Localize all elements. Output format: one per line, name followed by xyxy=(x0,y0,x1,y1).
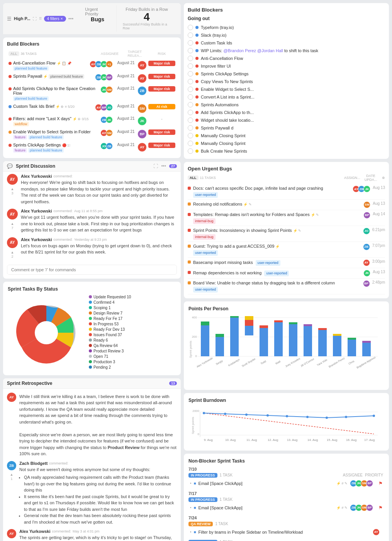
checkbox[interactable] xyxy=(188,141,193,146)
task-name[interactable]: Filters: add more "Last X days" ⚡ ⊕ 0/15 xyxy=(13,116,99,121)
task-name[interactable]: Sprints ClickApp Settings 🔴 1⃣ xyxy=(13,143,99,147)
checkbox[interactable] xyxy=(188,94,193,100)
svg-text:17. Aug: 17. Aug xyxy=(364,438,375,442)
task-tag: planned build feature xyxy=(13,66,49,71)
retro-avatar: ZB xyxy=(7,461,16,470)
filter-close-icon[interactable]: × xyxy=(61,17,63,21)
svg-text:Kostiantyn: Kostiantyn xyxy=(228,358,240,367)
retro-bullets: QA really appreciated having requirement… xyxy=(24,474,177,525)
checkbox[interactable] xyxy=(188,56,193,61)
bug-date: 6:21pm xyxy=(372,228,385,232)
target-date: August 21 xyxy=(114,86,137,90)
open-urgent-bugs-title: Open Urgent Bugs xyxy=(188,166,385,172)
task-row: Sprints Paywall ⚡ planned build feature … xyxy=(7,72,177,85)
col-target: TARGET RELEA... xyxy=(121,50,148,58)
expand-icon[interactable]: ⛶ xyxy=(153,163,158,169)
checkbox[interactable] xyxy=(188,25,193,30)
comment-author: Alex Yurkowski xyxy=(21,237,52,242)
upvote-button[interactable]: ▲1 xyxy=(10,471,14,481)
item-dot xyxy=(195,134,199,137)
task-name[interactable]: Email [Space ClickApp] xyxy=(199,505,334,510)
upvote-button[interactable]: ▲3 xyxy=(11,185,14,195)
all-filter-badge[interactable]: ALL xyxy=(8,51,19,56)
task-name[interactable]: Enable Widget to Select Sprints in Folde… xyxy=(13,129,99,134)
high-priority-label: High P... xyxy=(14,16,31,21)
task-name[interactable]: Filter by teams in People Sidebar on Tim… xyxy=(199,530,370,534)
upvote-button[interactable]: ▲2 xyxy=(11,249,14,259)
comment-avatar: AY xyxy=(7,237,18,248)
item-dot xyxy=(195,65,199,68)
bug-title[interactable]: Basecamp import missing tasks user-repor… xyxy=(193,259,361,266)
svg-rect-34 xyxy=(318,330,327,356)
going-out-title: Going out xyxy=(188,16,385,21)
upvote-button[interactable]: ▲3 xyxy=(10,539,14,541)
going-out-item: Manually Closing Sprint xyxy=(188,132,385,140)
svg-rect-22 xyxy=(260,328,268,356)
bug-title[interactable]: Board View: Unable to change status by d… xyxy=(193,280,361,293)
all-badge-bugs[interactable]: ALL xyxy=(188,175,199,180)
retro-author: Zach Blodgett xyxy=(19,461,48,466)
svg-text:Jill O'Connor: Jill O'Connor xyxy=(300,357,315,367)
drag-icon[interactable]: ⠿ xyxy=(39,17,42,21)
add-col[interactable]: ⊕ xyxy=(382,176,385,180)
bug-title[interactable]: Templates: Remap dates isn't working for… xyxy=(193,212,361,224)
bug-title[interactable]: Remap dependencies is not working user-r… xyxy=(193,270,361,276)
avatar: SM xyxy=(106,129,113,136)
more-icon[interactable]: ••• xyxy=(161,163,166,169)
task-name[interactable]: Custom Task Ids Brief ⚡ ⊕ ≡ 5/20 xyxy=(13,104,93,109)
task-count: 36 TASKS xyxy=(21,52,37,56)
retro-avatar: AY xyxy=(7,393,16,402)
checkbox[interactable] xyxy=(188,48,193,53)
checkbox[interactable] xyxy=(188,133,193,138)
retro-badge: 13 xyxy=(169,381,177,385)
svg-rect-26 xyxy=(274,320,283,322)
checkbox[interactable] xyxy=(188,79,193,84)
bug-priority-dot xyxy=(188,187,191,190)
retro-title: Sprint Retrospective xyxy=(7,381,52,386)
sprint-retro-section: Sprint Retrospective 13 AY While I still… xyxy=(3,378,181,541)
going-out-item: Anti-Cancellation Flow xyxy=(188,54,385,62)
filter-badge[interactable]: 4 filters × xyxy=(44,16,66,22)
bug-date: Aug 14 xyxy=(373,212,385,216)
bug-priority-dot xyxy=(188,229,191,232)
task-dot: ■ xyxy=(194,505,196,510)
expand-icon[interactable]: ⛶ xyxy=(33,17,37,21)
task-name[interactable]: Email [Space ClickApp] xyxy=(199,481,334,486)
checkbox[interactable] xyxy=(188,102,193,107)
checkbox[interactable] xyxy=(188,110,193,115)
tab-friday-builds[interactable]: Friday Builds in a Row 4 Successful Frid… xyxy=(117,5,177,32)
tab-urgent-priority[interactable]: Urgent Priority Bugs xyxy=(79,5,116,32)
menu-icon[interactable]: ☰ xyxy=(7,16,12,22)
checkbox[interactable] xyxy=(188,32,193,38)
task-name[interactable]: Anti-Cancellation Flow ⚡ 📋 📌 xyxy=(13,61,88,65)
avatar: AY xyxy=(363,259,370,266)
task-priority-dot xyxy=(8,117,12,121)
svg-rect-12 xyxy=(216,337,224,356)
checkbox[interactable] xyxy=(188,63,193,69)
task-meta: ⚡ # ✎ xyxy=(336,506,348,510)
task-tag: planned build feature xyxy=(28,135,64,140)
svg-rect-40 xyxy=(348,340,356,356)
checkbox[interactable] xyxy=(188,40,193,46)
checkbox[interactable] xyxy=(188,125,193,131)
pie-legend: Update Requested 10 Confirmed 4 Scoping … xyxy=(89,295,131,371)
checkbox[interactable] xyxy=(188,117,193,123)
task-name[interactable]: Sprints Paywall ⚡ planned build feature xyxy=(13,74,93,78)
bug-title[interactable]: Guest: Trying to add a guest ACCESS_009 … xyxy=(193,243,361,256)
svg-point-66 xyxy=(286,415,288,417)
avatar: BP xyxy=(366,504,373,511)
task-name[interactable]: Add Sprints ClickApp to the Space Creati… xyxy=(13,86,99,95)
comment-input[interactable] xyxy=(7,265,177,275)
bug-priority-dot xyxy=(188,271,191,274)
bug-title[interactable]: Sprint Points: Inconsistency in showing … xyxy=(193,228,361,240)
sprint-burndown-section: Sprint Burndown Sprint points 2000 0 9. … xyxy=(184,393,389,451)
bug-title[interactable]: Receiving old notifications ⚡ ✎ xyxy=(193,201,361,207)
bug-item: Remap dependencies is not working user-r… xyxy=(188,268,385,279)
bug-title[interactable]: Docs: can't access specific Doc page, in… xyxy=(193,185,350,198)
checkbox[interactable] xyxy=(188,148,193,154)
more-options-icon[interactable]: ••• xyxy=(68,16,74,22)
checkbox[interactable] xyxy=(188,71,193,77)
upvote-button[interactable]: ▲7 xyxy=(11,220,14,230)
bug-date: 3:00pm xyxy=(372,259,385,264)
checkbox[interactable] xyxy=(188,87,193,92)
